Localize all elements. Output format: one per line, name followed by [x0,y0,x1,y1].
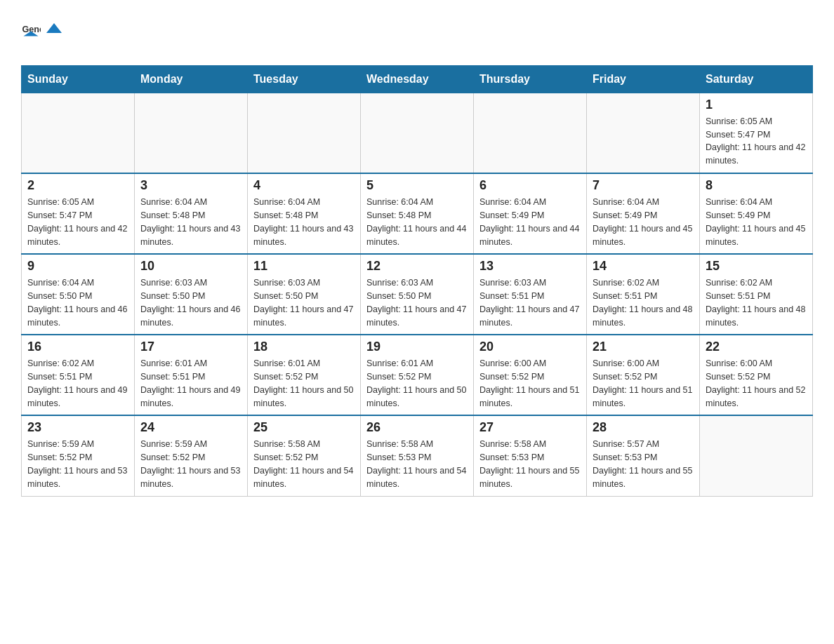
day-number: 28 [593,420,694,435]
day-number: 21 [593,340,694,354]
day-info: Sunrise: 6:04 AMSunset: 5:49 PMDaylight:… [706,196,807,248]
calendar-day-cell [474,93,587,173]
calendar-week-row: 23Sunrise: 5:59 AMSunset: 5:52 PMDayligh… [22,415,813,496]
calendar-day-cell: 26Sunrise: 5:58 AMSunset: 5:53 PMDayligh… [361,415,474,496]
day-info: Sunrise: 5:58 AMSunset: 5:53 PMDaylight:… [479,438,581,490]
day-number: 11 [253,259,355,274]
day-info: Sunrise: 6:04 AMSunset: 5:48 PMDaylight:… [140,196,241,248]
calendar-day-cell: 16Sunrise: 6:02 AMSunset: 5:51 PMDayligh… [22,335,135,415]
logo-triangle-icon [46,18,62,33]
day-info: Sunrise: 6:00 AMSunset: 5:52 PMDaylight:… [479,357,581,410]
svg-marker-2 [46,23,62,33]
day-header-tuesday: Tuesday [248,65,361,93]
day-info: Sunrise: 6:05 AMSunset: 5:47 PMDaylight:… [706,115,807,168]
day-info: Sunrise: 5:57 AMSunset: 5:53 PMDaylight:… [593,438,694,490]
day-info: Sunrise: 6:03 AMSunset: 5:51 PMDaylight:… [479,276,581,329]
day-number: 9 [27,259,128,274]
calendar-day-cell: 17Sunrise: 6:01 AMSunset: 5:51 PMDayligh… [135,335,248,415]
day-info: Sunrise: 6:02 AMSunset: 5:51 PMDaylight:… [706,276,807,329]
calendar-day-cell: 10Sunrise: 6:03 AMSunset: 5:50 PMDayligh… [135,254,248,335]
day-info: Sunrise: 6:04 AMSunset: 5:48 PMDaylight:… [366,196,468,248]
day-info: Sunrise: 6:03 AMSunset: 5:50 PMDaylight:… [140,276,241,329]
logo-icon: General [21,22,41,42]
calendar-day-cell: 5Sunrise: 6:04 AMSunset: 5:48 PMDaylight… [361,173,474,254]
day-header-sunday: Sunday [22,65,135,93]
day-number: 27 [479,420,581,435]
calendar-day-cell: 9Sunrise: 6:04 AMSunset: 5:50 PMDaylight… [22,254,135,335]
calendar-day-cell: 25Sunrise: 5:58 AMSunset: 5:52 PMDayligh… [248,415,361,496]
day-header-wednesday: Wednesday [361,65,474,93]
calendar-week-row: 2Sunrise: 6:05 AMSunset: 5:47 PMDaylight… [22,173,813,254]
day-number: 26 [366,420,468,435]
day-number: 23 [27,420,128,435]
day-info: Sunrise: 6:02 AMSunset: 5:51 PMDaylight:… [27,357,128,410]
day-number: 24 [140,420,241,435]
day-number: 2 [27,178,128,193]
calendar-day-cell: 18Sunrise: 6:01 AMSunset: 5:52 PMDayligh… [248,335,361,415]
day-info: Sunrise: 6:01 AMSunset: 5:52 PMDaylight:… [253,357,355,410]
day-info: Sunrise: 5:59 AMSunset: 5:52 PMDaylight:… [27,438,128,490]
day-number: 12 [366,259,468,274]
day-info: Sunrise: 6:01 AMSunset: 5:51 PMDaylight:… [140,357,241,410]
calendar-week-row: 1Sunrise: 6:05 AMSunset: 5:47 PMDaylight… [22,93,813,173]
calendar-day-cell: 14Sunrise: 6:02 AMSunset: 5:51 PMDayligh… [587,254,700,335]
calendar-day-cell: 22Sunrise: 6:00 AMSunset: 5:52 PMDayligh… [700,335,813,415]
calendar-day-cell [361,93,474,173]
calendar-day-cell [22,93,135,173]
calendar-day-cell [135,93,248,173]
calendar-day-cell: 24Sunrise: 5:59 AMSunset: 5:52 PMDayligh… [135,415,248,496]
day-info: Sunrise: 6:03 AMSunset: 5:50 PMDaylight:… [366,276,468,329]
day-number: 8 [706,178,807,193]
calendar-header-row: SundayMondayTuesdayWednesdayThursdayFrid… [22,65,813,93]
day-info: Sunrise: 6:01 AMSunset: 5:52 PMDaylight:… [366,357,468,410]
day-info: Sunrise: 6:00 AMSunset: 5:52 PMDaylight:… [706,357,807,410]
calendar-day-cell: 27Sunrise: 5:58 AMSunset: 5:53 PMDayligh… [474,415,587,496]
day-info: Sunrise: 6:02 AMSunset: 5:51 PMDaylight:… [593,276,694,329]
day-number: 25 [253,420,355,435]
calendar-day-cell: 2Sunrise: 6:05 AMSunset: 5:47 PMDaylight… [22,173,135,254]
day-number: 18 [253,340,355,354]
day-header-thursday: Thursday [474,65,587,93]
calendar-table: SundayMondayTuesdayWednesdayThursdayFrid… [21,65,813,497]
day-info: Sunrise: 6:04 AMSunset: 5:48 PMDaylight:… [253,196,355,248]
day-info: Sunrise: 6:04 AMSunset: 5:49 PMDaylight:… [479,196,581,248]
day-number: 16 [27,340,128,354]
calendar-week-row: 9Sunrise: 6:04 AMSunset: 5:50 PMDaylight… [22,254,813,335]
day-number: 22 [706,340,807,354]
calendar-day-cell: 1Sunrise: 6:05 AMSunset: 5:47 PMDaylight… [700,93,813,173]
calendar-week-row: 16Sunrise: 6:02 AMSunset: 5:51 PMDayligh… [22,335,813,415]
day-number: 1 [706,98,807,112]
day-number: 5 [366,178,468,193]
day-number: 13 [479,259,581,274]
calendar-day-cell [700,415,813,496]
calendar-day-cell: 13Sunrise: 6:03 AMSunset: 5:51 PMDayligh… [474,254,587,335]
day-info: Sunrise: 6:00 AMSunset: 5:52 PMDaylight:… [593,357,694,410]
calendar-day-cell: 3Sunrise: 6:04 AMSunset: 5:48 PMDaylight… [135,173,248,254]
day-info: Sunrise: 6:04 AMSunset: 5:50 PMDaylight:… [27,276,128,329]
calendar-day-cell: 23Sunrise: 5:59 AMSunset: 5:52 PMDayligh… [22,415,135,496]
day-number: 7 [593,178,694,193]
day-info: Sunrise: 6:03 AMSunset: 5:50 PMDaylight:… [253,276,355,329]
calendar-day-cell [587,93,700,173]
calendar-day-cell: 28Sunrise: 5:57 AMSunset: 5:53 PMDayligh… [587,415,700,496]
logo: General [21,14,63,51]
day-number: 20 [479,340,581,354]
day-info: Sunrise: 6:05 AMSunset: 5:47 PMDaylight:… [27,196,128,248]
calendar-day-cell: 7Sunrise: 6:04 AMSunset: 5:49 PMDaylight… [587,173,700,254]
calendar-day-cell: 21Sunrise: 6:00 AMSunset: 5:52 PMDayligh… [587,335,700,415]
calendar-day-cell: 15Sunrise: 6:02 AMSunset: 5:51 PMDayligh… [700,254,813,335]
calendar-day-cell: 20Sunrise: 6:00 AMSunset: 5:52 PMDayligh… [474,335,587,415]
day-header-monday: Monday [135,65,248,93]
day-number: 14 [593,259,694,274]
day-info: Sunrise: 5:58 AMSunset: 5:52 PMDaylight:… [253,438,355,490]
day-info: Sunrise: 5:59 AMSunset: 5:52 PMDaylight:… [140,438,241,490]
calendar-day-cell: 12Sunrise: 6:03 AMSunset: 5:50 PMDayligh… [361,254,474,335]
calendar-day-cell: 8Sunrise: 6:04 AMSunset: 5:49 PMDaylight… [700,173,813,254]
calendar-day-cell: 19Sunrise: 6:01 AMSunset: 5:52 PMDayligh… [361,335,474,415]
calendar-day-cell: 11Sunrise: 6:03 AMSunset: 5:50 PMDayligh… [248,254,361,335]
day-info: Sunrise: 5:58 AMSunset: 5:53 PMDaylight:… [366,438,468,490]
calendar-day-cell: 4Sunrise: 6:04 AMSunset: 5:48 PMDaylight… [248,173,361,254]
calendar-day-cell: 6Sunrise: 6:04 AMSunset: 5:49 PMDaylight… [474,173,587,254]
calendar-day-cell [248,93,361,173]
day-number: 6 [479,178,581,193]
